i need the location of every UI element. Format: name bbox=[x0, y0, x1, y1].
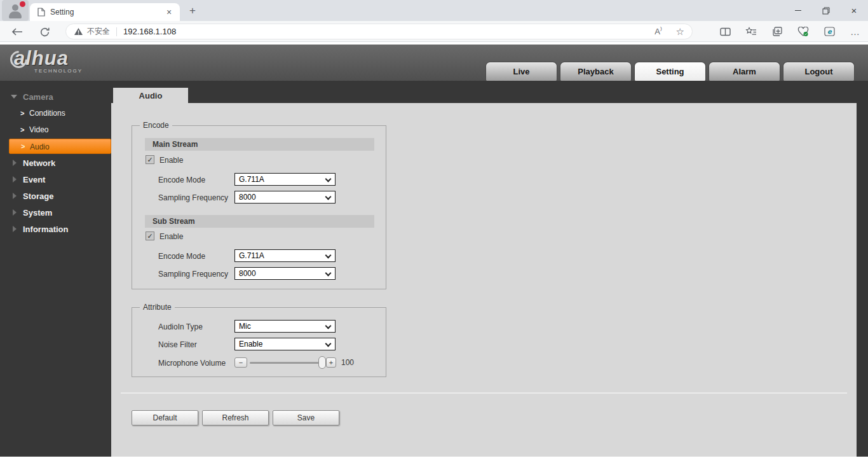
close-button[interactable]: × bbox=[840, 0, 868, 21]
nav-alarm-button[interactable]: Alarm bbox=[709, 62, 780, 81]
camera-web-page: alhua TECHNOLOGY Live Playback Setting A… bbox=[0, 45, 868, 463]
chevron-down-icon bbox=[325, 323, 332, 329]
attribute-legend: Attribute bbox=[140, 303, 175, 312]
sidebar-item-video[interactable]: > Video bbox=[0, 125, 111, 135]
sidebar-group-label: Event bbox=[23, 175, 45, 184]
sub-sampling-frequency-select[interactable]: 8000 bbox=[234, 267, 336, 280]
nav-logout-button[interactable]: Logout bbox=[783, 62, 855, 81]
sidebar-group-storage[interactable]: Storage bbox=[0, 191, 111, 201]
volume-slider-thumb[interactable] bbox=[318, 356, 326, 369]
security-status-label: 不安全 bbox=[87, 26, 110, 37]
expand-triangle-icon bbox=[13, 160, 17, 166]
tab-close-icon[interactable]: × bbox=[163, 6, 175, 18]
expand-triangle-icon bbox=[13, 193, 17, 199]
sidebar-group-label: Storage bbox=[23, 191, 53, 201]
microphone-volume-row: Microphone Volume − + 100 bbox=[132, 356, 386, 369]
nav-playback-button[interactable]: Playback bbox=[560, 62, 632, 81]
sub-encode-mode-select[interactable]: G.711A bbox=[234, 249, 336, 262]
nav-setting-button[interactable]: Setting bbox=[634, 62, 706, 81]
refresh-settings-button[interactable]: Refresh bbox=[202, 410, 269, 425]
chevron-down-icon bbox=[325, 252, 332, 259]
chevron-down-icon bbox=[325, 341, 332, 347]
tab-audio[interactable]: Audio bbox=[113, 88, 188, 103]
settings-menu-icon[interactable]: … bbox=[849, 25, 862, 38]
page-header: alhua TECHNOLOGY Live Playback Setting A… bbox=[0, 45, 868, 81]
audioin-type-select[interactable]: Mic bbox=[234, 320, 336, 333]
url-text[interactable]: 192.168.1.108 bbox=[123, 27, 176, 36]
sidebar-item-audio-selected[interactable]: > Audio bbox=[9, 139, 111, 154]
favorite-star-icon[interactable]: ☆ bbox=[676, 26, 684, 38]
volume-control: − + 100 bbox=[234, 356, 354, 369]
default-button[interactable]: Default bbox=[132, 410, 198, 425]
split-screen-icon[interactable] bbox=[719, 25, 731, 38]
sidebar-group-system[interactable]: System bbox=[0, 207, 111, 218]
volume-slider-track[interactable] bbox=[250, 362, 323, 364]
read-aloud-icon[interactable]: A) bbox=[654, 27, 661, 36]
sidebar-group-information[interactable]: Information bbox=[0, 224, 111, 234]
volume-minus-button[interactable]: − bbox=[234, 357, 247, 368]
tab-title: Setting bbox=[50, 8, 163, 17]
browser-tab-setting[interactable]: Setting × bbox=[30, 3, 180, 21]
back-button[interactable] bbox=[10, 24, 25, 39]
noise-filter-select[interactable]: Enable bbox=[234, 338, 336, 350]
main-sampling-row: Sampling Frequency 8000 bbox=[132, 191, 386, 204]
collections-icon[interactable] bbox=[771, 25, 783, 38]
collapse-triangle-icon bbox=[11, 95, 17, 99]
sidebar-item-conditions[interactable]: > Conditions bbox=[0, 108, 111, 118]
main-stream-enable-checkbox[interactable]: ✓ bbox=[146, 155, 154, 164]
enable-label: Enable bbox=[159, 232, 183, 241]
sidebar-group-event[interactable]: Event bbox=[0, 174, 111, 184]
footer-separator bbox=[121, 392, 847, 394]
minimize-button[interactable] bbox=[784, 0, 812, 21]
dahua-logo: alhua TECHNOLOGY bbox=[9, 47, 83, 74]
address-bar[interactable]: 不安全 192.168.1.108 A) ☆ bbox=[65, 24, 693, 39]
browser-essentials-icon[interactable] bbox=[797, 25, 810, 38]
field-label: Sampling Frequency bbox=[158, 193, 228, 202]
volume-value: 100 bbox=[341, 358, 354, 367]
encode-section: Encode Main Stream ✓ Enable Encode Mode … bbox=[132, 125, 386, 289]
attribute-section: Attribute AudioIn Type Mic Noise Filter … bbox=[132, 307, 386, 377]
window-controls: × bbox=[784, 0, 868, 21]
volume-plus-button[interactable]: + bbox=[326, 357, 336, 368]
minimize-icon bbox=[795, 10, 801, 11]
sidebar-group-label: Camera bbox=[23, 92, 53, 102]
restore-button[interactable] bbox=[812, 0, 840, 21]
sub-stream-enable-checkbox[interactable]: ✓ bbox=[146, 232, 154, 240]
audio-settings-panel: Encode Main Stream ✓ Enable Encode Mode … bbox=[111, 103, 857, 457]
field-label: Noise Filter bbox=[158, 340, 197, 349]
address-separator bbox=[116, 27, 117, 36]
refresh-button[interactable] bbox=[37, 24, 52, 39]
sidebar-group-camera[interactable]: Camera bbox=[0, 92, 111, 102]
sidebar-group-network[interactable]: Network bbox=[0, 158, 111, 168]
encode-legend: Encode bbox=[140, 121, 172, 130]
settings-sidebar: Camera > Conditions > Video > Audio Netw… bbox=[0, 81, 111, 457]
sidebar-group-label: Network bbox=[23, 158, 55, 168]
toolbar-icons: e … bbox=[719, 21, 862, 42]
main-stream-header: Main Stream bbox=[145, 138, 374, 151]
document-favicon-icon bbox=[37, 8, 45, 17]
person-icon-body bbox=[9, 11, 22, 18]
browser-window: Setting × + × 不安全 192.168.1.108 A) ☆ bbox=[0, 0, 868, 463]
select-value: 8000 bbox=[239, 269, 256, 278]
save-button[interactable]: Save bbox=[273, 410, 339, 425]
volume-slider[interactable] bbox=[250, 356, 323, 369]
favorites-icon[interactable] bbox=[745, 25, 757, 38]
main-encode-mode-select[interactable]: G.711A bbox=[234, 173, 336, 186]
sub-encode-mode-row: Encode Mode G.711A bbox=[132, 249, 386, 262]
chevron-down-icon bbox=[325, 270, 332, 277]
profile-avatar-button[interactable] bbox=[2, 0, 29, 21]
ie-mode-icon[interactable]: e bbox=[823, 25, 836, 38]
back-arrow-icon bbox=[11, 27, 23, 36]
main-sampling-frequency-select[interactable]: 8000 bbox=[234, 191, 336, 204]
nav-live-button[interactable]: Live bbox=[485, 62, 557, 81]
restore-icon bbox=[822, 7, 830, 15]
refresh-icon bbox=[39, 27, 50, 38]
main-nav: Live Playback Setting Alarm Logout bbox=[485, 62, 855, 81]
notification-dot bbox=[20, 1, 25, 7]
sidebar-item-label: Audio bbox=[30, 142, 50, 151]
new-tab-button[interactable]: + bbox=[186, 4, 200, 18]
check-icon: ✓ bbox=[147, 233, 153, 240]
sidebar-group-label: System bbox=[23, 208, 52, 218]
expand-triangle-icon bbox=[13, 176, 17, 183]
chevron-right-icon: > bbox=[20, 109, 24, 117]
